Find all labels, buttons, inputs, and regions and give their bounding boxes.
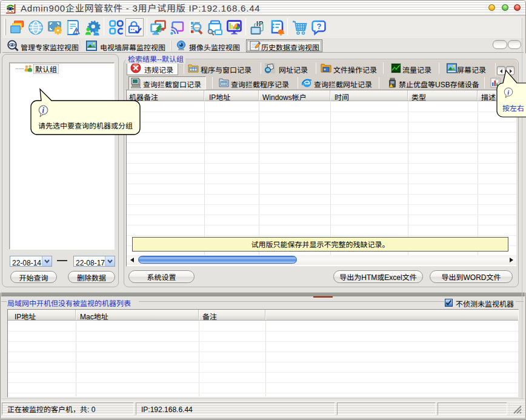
svg-text:i: i (42, 106, 45, 115)
svg-text:?: ? (317, 22, 322, 31)
svg-text:i: i (507, 88, 509, 96)
